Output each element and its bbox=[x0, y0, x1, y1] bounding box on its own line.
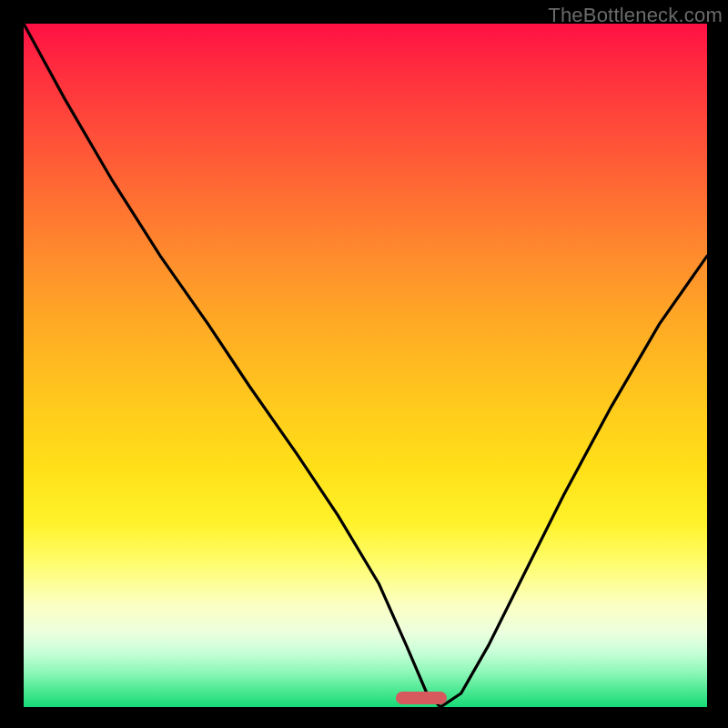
watermark-text: TheBottleneck.com bbox=[548, 4, 723, 27]
chart-frame: TheBottleneck.com bbox=[0, 0, 728, 728]
optimal-range-marker bbox=[396, 692, 447, 704]
curve-path bbox=[24, 24, 707, 707]
bottleneck-curve bbox=[24, 24, 707, 707]
